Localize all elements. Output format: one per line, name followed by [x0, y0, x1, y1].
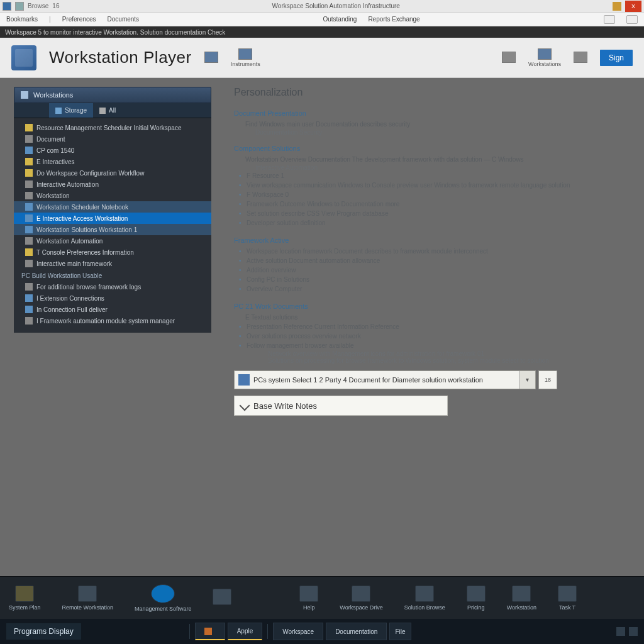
tab-storage[interactable]: Storage [49, 103, 93, 118]
dock-item[interactable]: Remote Workstation [62, 586, 113, 611]
list-item: Framework Outcome Windows to Documentati… [234, 199, 628, 209]
tree-row[interactable]: I Framework automation module system man… [14, 315, 211, 326]
taskbar-task[interactable] [195, 623, 225, 640]
taskbar-task[interactable]: Workspace [273, 623, 323, 640]
toolbar-btn-3[interactable] [502, 52, 516, 64]
doc-icon [25, 283, 33, 291]
tree-row[interactable]: I Extension Connections [14, 292, 211, 304]
main-body: Workstations Storage All Resource Manage… [0, 78, 644, 576]
content-panel: Personalization Document Presentation Fi… [211, 78, 644, 576]
window-title: Workspace Solution Automation Infrastruc… [63, 3, 609, 9]
toolbar-btn-workstations[interactable]: Workstations [528, 48, 561, 67]
menu-bar: Bookmarks | Preferences Documents Outsta… [0, 13, 644, 26]
toolbar-icon-3 [502, 52, 516, 63]
menu-bookmarks[interactable]: Bookmarks [6, 16, 38, 23]
taskbar: Programs Display Apple Workspace Documen… [0, 619, 644, 644]
vm-selector-combo[interactable]: PCs system Select 1 2 Party 4 Document f… [234, 370, 536, 389]
section-1: Document Presentation Find Windows main … [234, 109, 628, 136]
toolbar-btn-instruments[interactable]: Instruments [231, 48, 260, 67]
tree-row[interactable]: Workstation [14, 190, 211, 201]
page-indicator: 16 [52, 3, 59, 9]
folder-icon [25, 169, 33, 177]
tree-row[interactable]: CP com 1540 [14, 145, 211, 156]
tree-row[interactable]: Document [14, 133, 211, 145]
dock-item[interactable]: Management Software [135, 584, 192, 612]
tree-row[interactable]: Workstation Automation [14, 235, 211, 247]
tab-all[interactable]: All [93, 103, 122, 118]
toolbar-btn-1[interactable] [204, 52, 218, 64]
dock-item[interactable]: Task T [558, 586, 577, 611]
toolbar-icon-2 [238, 48, 252, 60]
tree-row-selected[interactable]: E Interactive Access Workstation [14, 213, 211, 224]
notes-input[interactable]: Base Write Notes [234, 396, 448, 416]
list-item: Workspace location framework Document de… [234, 247, 628, 256]
menu-documents[interactable]: Documents [108, 16, 140, 23]
brand-header: Workstation Player Instruments Workstati… [0, 38, 644, 78]
sidebar-header-label: Workstations [33, 91, 73, 99]
section-sub: Solutions on processing for browse frame… [234, 357, 628, 364]
dock-item[interactable]: Workspace Drive [340, 586, 382, 611]
tree-row[interactable]: Resource Management Scheduler Initial Wo… [14, 122, 211, 133]
menu-preferences[interactable]: Preferences [62, 16, 96, 23]
dock-item[interactable]: Solution Browse [404, 586, 445, 611]
page-title: Personalization [234, 87, 628, 98]
vm-icon [238, 374, 250, 386]
section-line: Documentation Security [234, 129, 628, 136]
tree-row[interactable]: Do Workspace Configuration Workflow [14, 167, 211, 179]
input-value: Base Write Notes [253, 401, 317, 411]
list-item: Active solution Document automation allo… [234, 256, 628, 265]
taskbar-separator [189, 624, 190, 639]
close-button[interactable]: X [625, 1, 641, 12]
tree-row[interactable]: T Console Preferences Information [14, 247, 211, 258]
tree-row[interactable]: For additional browse framework logs [14, 281, 211, 292]
tree-row[interactable]: Workstation Scheduler Notebook [14, 201, 211, 213]
toolbar-icon-1 [204, 52, 218, 63]
menu-outstanding[interactable]: Outstanding [323, 16, 357, 23]
dock-item[interactable]: Pricing [467, 586, 486, 611]
sidebar: Workstations Storage All Resource Manage… [0, 78, 211, 576]
section-heading: Document Presentation [234, 109, 628, 117]
start-button[interactable]: Programs Display [6, 623, 81, 640]
grid-icon [99, 108, 106, 114]
cloud-icon[interactable] [604, 15, 615, 24]
chevron-down-icon[interactable]: ▾ [519, 371, 535, 389]
list-item: Developer solution definition [234, 218, 628, 228]
dock-item[interactable]: Workstation [507, 586, 536, 611]
dock-icon [78, 586, 97, 602]
dock-icon [558, 586, 577, 602]
dock-item[interactable] [213, 589, 231, 608]
tray-icon[interactable] [616, 627, 625, 636]
warning-icon [613, 2, 621, 11]
taskbar-task[interactable]: Apple [228, 623, 263, 640]
tree-row[interactable]: Interactive Automation [14, 179, 211, 190]
dock-icon [15, 586, 34, 602]
doc-icon [25, 317, 33, 325]
doc-icon [25, 135, 33, 143]
tree-row[interactable]: E Interactives [14, 156, 211, 167]
tray-icon[interactable] [629, 627, 638, 636]
doc-icon [25, 237, 33, 245]
signin-button[interactable]: Sign [600, 50, 633, 66]
tree-row[interactable]: Workstation Solutions Workstation 1 [14, 224, 211, 235]
taskbar-task[interactable]: Documentation [326, 623, 387, 640]
tree-row[interactable]: In Connection Full deliver [14, 304, 211, 315]
vm-icon [25, 203, 33, 211]
mail-icon[interactable] [626, 15, 638, 24]
taskbar-task[interactable]: File [389, 623, 411, 640]
list-item: View workspace communication Windows to … [234, 180, 628, 190]
section-heading: PC 21 Work Documents [234, 303, 628, 310]
section-list: Workspace location framework Document de… [234, 247, 628, 294]
list-item: Addition overview [234, 265, 628, 275]
tree-row[interactable]: Interactive main framework [14, 258, 211, 269]
section-4: PC 21 Work Documents E Textual solutions… [234, 303, 628, 416]
app-icon [3, 2, 11, 11]
toolbar-btn-5[interactable] [574, 52, 587, 64]
sidebar-header[interactable]: Workstations [14, 87, 211, 103]
dock-item[interactable]: System Plan [9, 586, 41, 611]
menu-reports[interactable]: Reports Exchange [368, 16, 419, 23]
tree-group-label[interactable]: PC Build Workstation Usable [14, 269, 211, 281]
combo-aux-button[interactable]: 18 [538, 370, 557, 389]
list-item: F Workspace 0 [234, 190, 628, 199]
dock-item[interactable]: Help [299, 586, 318, 611]
section-2: Component Solutions Workstation Overview… [234, 145, 628, 228]
